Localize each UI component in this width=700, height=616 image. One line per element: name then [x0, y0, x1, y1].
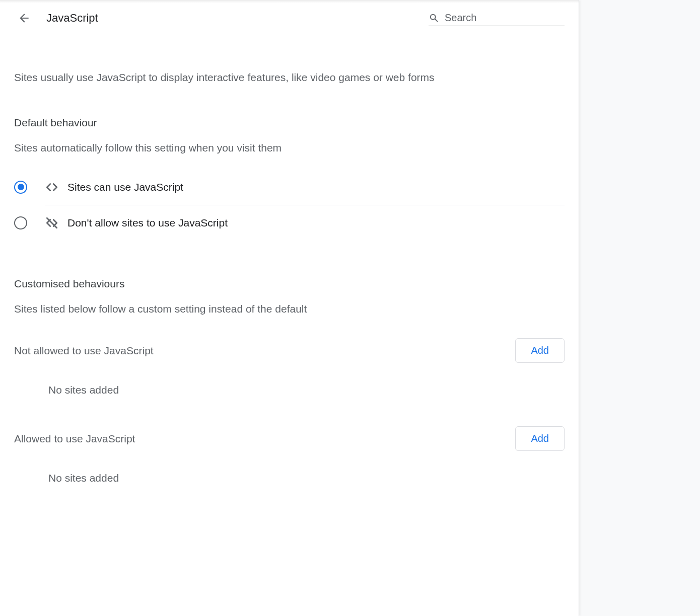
customised-subtitle: Sites listed below follow a custom setti…: [14, 302, 565, 316]
radio-button-unchecked: [14, 216, 27, 229]
search-icon: [429, 13, 440, 24]
allowlist-empty-text: No sites added: [14, 472, 565, 484]
search-field[interactable]: [429, 10, 565, 26]
radio-allow-js[interactable]: Sites can use JavaScript: [14, 178, 565, 205]
blocklist-empty-text: No sites added: [14, 384, 565, 396]
customised-title: Customised behaviours: [14, 278, 565, 290]
default-behaviour-title: Default behaviour: [14, 117, 565, 129]
page-title: JavaScript: [46, 12, 416, 25]
code-off-icon: [45, 216, 58, 229]
intro-text: Sites usually use JavaScript to display …: [14, 70, 565, 85]
radio-block-js[interactable]: Don't allow sites to use JavaScript: [14, 205, 565, 241]
code-icon: [45, 181, 58, 194]
arrow-left-icon: [18, 12, 31, 25]
default-behaviour-subtitle: Sites automatically follow this setting …: [14, 141, 565, 155]
add-block-site-button[interactable]: Add: [515, 338, 565, 363]
radio-block-js-label: Don't allow sites to use JavaScript: [67, 217, 228, 229]
back-button[interactable]: [14, 8, 34, 28]
blocklist-title: Not allowed to use JavaScript: [14, 345, 154, 357]
radio-button-checked: [14, 181, 27, 194]
search-input[interactable]: [445, 12, 565, 24]
allowlist-title: Allowed to use JavaScript: [14, 433, 135, 445]
radio-allow-js-label: Sites can use JavaScript: [67, 181, 183, 193]
svg-line-0: [47, 218, 57, 228]
add-allow-site-button[interactable]: Add: [515, 426, 565, 451]
